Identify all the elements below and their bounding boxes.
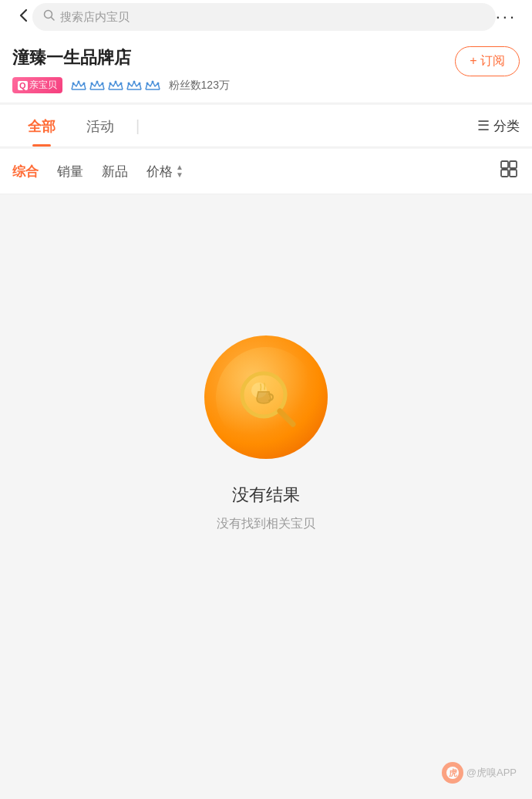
- watermark-text: @虎嗅APP: [466, 766, 517, 780]
- svg-point-3: [82, 82, 85, 84]
- fans-count: 粉丝数123万: [169, 79, 230, 93]
- store-name: 潼臻一生品牌店: [12, 46, 455, 69]
- svg-point-11: [133, 80, 135, 83]
- sort-bar: 综合 销量 新品 价格 ▲▼: [0, 149, 532, 194]
- q-letter: Q: [18, 81, 28, 90]
- category-icon: ☰: [477, 117, 490, 134]
- empty-title: 没有结果: [232, 484, 300, 507]
- empty-illustration: [204, 335, 328, 459]
- tab-activity[interactable]: 活动: [71, 105, 130, 147]
- level-icons: [70, 79, 161, 92]
- crown-icon-4: [126, 79, 143, 92]
- nav-divider: |: [136, 117, 140, 135]
- price-arrows: ▲▼: [176, 164, 184, 179]
- search-placeholder: 搜索店内宝贝: [60, 10, 130, 25]
- crown-icon-2: [89, 79, 106, 92]
- svg-line-21: [280, 411, 293, 424]
- svg-rect-16: [501, 161, 508, 168]
- store-meta: Q 亲宝贝: [12, 77, 455, 93]
- svg-rect-19: [510, 170, 517, 177]
- svg-point-14: [151, 80, 153, 83]
- svg-point-6: [101, 82, 103, 84]
- grid-icon: [498, 158, 520, 180]
- grid-toggle-button[interactable]: [498, 158, 520, 184]
- svg-point-2: [77, 80, 79, 83]
- price-label: 价格: [146, 163, 173, 180]
- crown-icon-5: [144, 79, 161, 92]
- store-info: 潼臻一生品牌店 Q 亲宝贝: [12, 46, 455, 93]
- badge-label: 亲宝贝: [29, 79, 57, 92]
- svg-point-7: [109, 82, 111, 84]
- sort-comprehensive[interactable]: 综合: [12, 160, 57, 184]
- back-button[interactable]: [15, 7, 32, 28]
- crown-icon-3: [107, 79, 124, 92]
- svg-point-1: [72, 82, 74, 84]
- svg-point-13: [146, 82, 148, 84]
- svg-point-10: [127, 82, 130, 84]
- svg-point-15: [157, 82, 159, 84]
- svg-rect-18: [501, 170, 508, 177]
- sort-sales[interactable]: 销量: [57, 160, 102, 184]
- svg-point-5: [96, 80, 98, 83]
- sort-price[interactable]: 价格 ▲▼: [146, 163, 184, 180]
- svg-text:虎: 虎: [448, 768, 456, 777]
- status-bar: 搜索店内宝贝 ···: [0, 0, 532, 34]
- search-bar[interactable]: 搜索店内宝贝: [32, 3, 496, 31]
- footer-watermark: 虎 @虎嗅APP: [442, 762, 517, 784]
- search-icon: [43, 9, 56, 25]
- category-label: 分类: [493, 117, 520, 135]
- sort-new[interactable]: 新品: [102, 160, 146, 184]
- watermark-icon: 虎: [442, 762, 463, 784]
- empty-subtitle: 没有找到相关宝贝: [217, 516, 315, 532]
- crown-icon-1: [70, 79, 87, 92]
- store-header: 潼臻一生品牌店 Q 亲宝贝: [0, 34, 532, 103]
- tab-all[interactable]: 全部: [12, 105, 71, 147]
- svg-point-4: [90, 82, 93, 84]
- more-button[interactable]: ···: [496, 7, 517, 27]
- subscribe-button[interactable]: + 订阅: [455, 46, 520, 76]
- svg-point-8: [114, 80, 116, 83]
- svg-rect-17: [510, 161, 517, 168]
- magnifier-svg: [231, 362, 301, 432]
- qin-baobei-badge: Q 亲宝贝: [12, 77, 62, 93]
- nav-tabs: 全部 活动 | ☰ 分类: [0, 105, 532, 147]
- svg-point-12: [138, 82, 140, 84]
- category-button[interactable]: ☰ 分类: [477, 108, 520, 144]
- content-area: 没有结果 没有找到相关宝贝: [0, 194, 532, 657]
- svg-point-9: [120, 82, 122, 84]
